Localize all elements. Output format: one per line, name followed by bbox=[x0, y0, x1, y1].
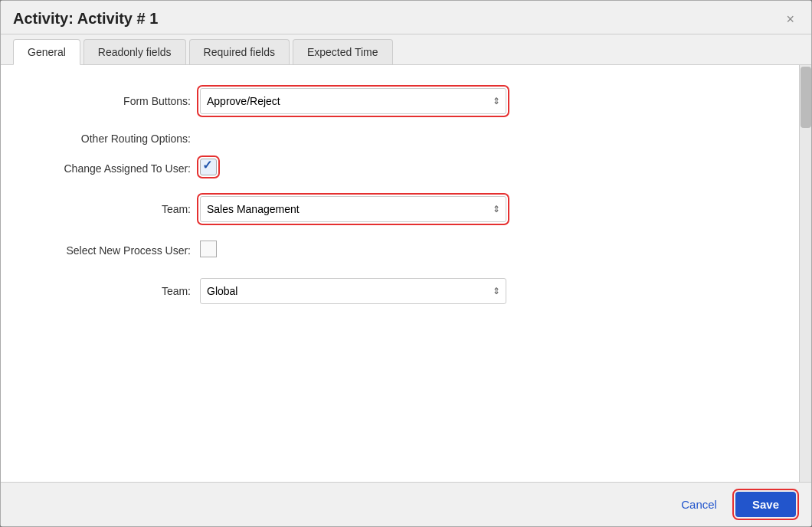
form-buttons-row: Form Buttons: Approve/Reject Approve Onl… bbox=[31, 88, 660, 114]
team2-row: Team: Global Sales Management None bbox=[31, 278, 660, 304]
change-assigned-control bbox=[200, 159, 660, 178]
change-assigned-checkbox[interactable] bbox=[200, 159, 217, 175]
save-button[interactable]: Save bbox=[735, 492, 796, 517]
team2-control: Global Sales Management None bbox=[200, 278, 660, 304]
dialog-footer: Cancel Save bbox=[1, 482, 811, 526]
other-routing-row: Other Routing Options: bbox=[31, 133, 660, 145]
team2-select-wrap: Global Sales Management None bbox=[200, 278, 506, 304]
form-buttons-control: Approve/Reject Approve Only Reject Only … bbox=[200, 88, 660, 114]
form-buttons-select[interactable]: Approve/Reject Approve Only Reject Only … bbox=[200, 88, 506, 114]
close-button[interactable]: × bbox=[781, 11, 799, 28]
team-label: Team: bbox=[31, 203, 200, 215]
team2-label: Team: bbox=[31, 285, 200, 297]
team-row: Team: Sales Management Global None bbox=[31, 196, 660, 222]
form-buttons-label: Form Buttons: bbox=[31, 95, 200, 107]
team-control: Sales Management Global None bbox=[200, 196, 660, 222]
change-assigned-row: Change Assigned To User: bbox=[31, 159, 660, 178]
scrollbar[interactable] bbox=[799, 65, 811, 482]
select-new-process-control bbox=[200, 241, 660, 260]
scrollbar-thumb[interactable] bbox=[801, 67, 811, 128]
other-routing-label: Other Routing Options: bbox=[31, 133, 200, 145]
dialog-title: Activity: Activity # 1 bbox=[13, 10, 158, 28]
select-new-process-checkbox[interactable] bbox=[200, 241, 217, 257]
tab-expected-time[interactable]: Expected Time bbox=[293, 39, 393, 64]
activity-dialog: Activity: Activity # 1 × General Readonl… bbox=[0, 0, 812, 527]
cancel-button[interactable]: Cancel bbox=[672, 493, 726, 516]
change-assigned-label: Change Assigned To User: bbox=[31, 162, 200, 175]
tab-required-fields[interactable]: Required fields bbox=[189, 39, 290, 64]
form-buttons-select-wrap: Approve/Reject Approve Only Reject Only … bbox=[200, 88, 506, 114]
team-select-wrap: Sales Management Global None bbox=[200, 196, 506, 222]
form-section: Form Buttons: Approve/Reject Approve Onl… bbox=[31, 88, 660, 304]
tab-bar: General Readonly fields Required fields … bbox=[1, 34, 811, 65]
team-select[interactable]: Sales Management Global None bbox=[200, 196, 506, 222]
tab-general[interactable]: General bbox=[13, 39, 80, 65]
dialog-header: Activity: Activity # 1 × bbox=[1, 1, 811, 34]
dialog-body: Form Buttons: Approve/Reject Approve Onl… bbox=[1, 65, 811, 482]
select-new-process-row: Select New Process User: bbox=[31, 241, 660, 260]
team2-select[interactable]: Global Sales Management None bbox=[200, 278, 506, 304]
select-new-process-label: Select New Process User: bbox=[31, 244, 200, 257]
tab-readonly-fields[interactable]: Readonly fields bbox=[83, 39, 186, 64]
